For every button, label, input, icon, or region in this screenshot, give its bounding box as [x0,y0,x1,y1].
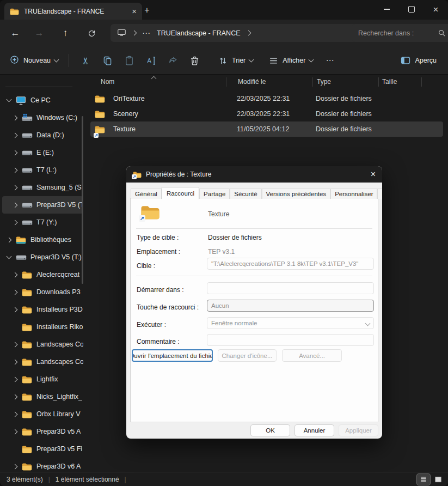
chevron-right-icon[interactable] [11,203,19,207]
chevron-right-icon[interactable] [11,151,19,155]
sidebar-item-landscapes-co[interactable]: Landscapes Co [2,353,83,370]
chevron-right-icon[interactable] [11,168,19,172]
new-button[interactable]: Nouveau [4,51,63,70]
advanced-button[interactable]: Avancé... [282,349,342,362]
share-button[interactable] [162,51,183,70]
open-file-location-button[interactable]: Ouvrir l'emplacement du fichier [132,349,213,362]
file-row-texture[interactable]: ↗Texture11/05/2025 04:12Dossier de fichi… [90,122,443,137]
sidebar-item-nicks-lightfix[interactable]: Nicks_Lightfix_ [2,388,83,405]
ok-button[interactable]: OK [250,424,290,436]
chevron-down-icon[interactable] [5,99,13,101]
new-tab-button[interactable]: + [140,4,154,16]
breadcrumb-chevron-icon[interactable] [132,31,137,36]
paste-button[interactable] [118,51,140,70]
chevron-right-icon[interactable] [5,238,13,242]
chevron-right-icon[interactable] [11,221,19,224]
chevron-right-icon[interactable] [11,343,19,347]
breadcrumb-ellipsis[interactable]: ⋯ [142,28,151,38]
sidebar-item-downloads-p3[interactable]: Downloads P3 [2,283,83,301]
chevron-right-icon[interactable] [11,395,19,399]
forward-button[interactable]: → [32,26,47,40]
tab-close-icon[interactable]: × [132,7,137,15]
this-pc-icon[interactable] [117,28,126,38]
sidebar-item-prepar3d-v5-fi[interactable]: Prepar3D v5 Fi [2,440,83,458]
chevron-right-icon[interactable] [11,273,19,277]
search-box[interactable]: Rechercher dans : [352,24,448,42]
dialog-titlebar[interactable]: ↗ Propriétés de : Texture × [126,166,382,183]
dialog-tab-lien[interactable]: Lien [377,189,382,199]
change-icon-button[interactable]: Changer d'icône... [218,349,277,362]
chevron-right-icon[interactable] [11,378,19,381]
sidebar-item-installeurs-riko[interactable]: Installeurs Riko [2,318,83,336]
sidebar-item-e-e[interactable]: E (E:) [2,144,83,161]
sidebar-item-orbx-library-v[interactable]: Orbx Library V [2,405,83,423]
dialog-tab-s-curit[interactable]: Sécurité [230,189,261,199]
column-header-type[interactable]: Type [317,78,331,86]
chevron-right-icon[interactable] [11,133,19,137]
dialog-close-button[interactable]: × [371,170,376,179]
chevron-right-icon[interactable] [11,430,19,434]
target-input[interactable]: "T:\Aleclercqcreations\TEP 3.1 8k\TEP v3… [207,258,374,270]
back-button[interactable]: ← [8,26,23,40]
address-bar[interactable]: ⋯ TRUElandscape - FRANCE [111,24,358,42]
chevron-right-icon[interactable] [11,186,19,190]
chevron-right-icon[interactable] [11,360,19,364]
sidebar-item-prepar3d-v5-t[interactable]: Prepar3D V5 (T:) [2,248,83,266]
sidebar-item-biblioth-ques[interactable]: Bibliothèques [2,231,83,248]
minimize-button[interactable] [375,0,399,19]
shortcut-key-input[interactable]: Aucun [207,300,374,312]
cut-button[interactable]: ✂ [75,51,96,70]
breadcrumb-chevron-icon[interactable] [246,31,251,36]
column-header-modified[interactable]: Modifié le [238,78,266,86]
sidebar-scrollbar[interactable] [82,116,83,284]
sidebar-item-data-d[interactable]: Data (D:) [2,126,83,144]
breadcrumb-current[interactable]: TRUElandscape - FRANCE [157,29,241,37]
chevron-right-icon[interactable] [11,290,19,294]
file-row-oritexture[interactable]: OriTexture22/03/2025 22:31Dossier de fic… [90,91,443,106]
up-button[interactable]: ↑ [58,26,73,40]
sidebar-item-t7-l[interactable]: T7 (L:) [2,161,83,179]
comment-input[interactable] [207,334,374,346]
column-header-size[interactable]: Taille [382,78,397,86]
cancel-button[interactable]: Annuler [294,424,334,436]
file-row-scenery[interactable]: Scenery22/03/2025 22:31Dossier de fichie… [90,106,443,122]
sidebar-item-aleclercqcreat[interactable]: Aleclercqcreat [2,266,83,283]
start-in-input[interactable] [207,282,374,294]
sidebar-item-lightfix[interactable]: Lightfix [2,370,83,388]
delete-button[interactable] [183,51,205,70]
close-button[interactable]: × [424,0,448,19]
sidebar-item-landscapes-co[interactable]: Landscapes Co [2,336,83,353]
refresh-button[interactable] [84,26,99,40]
column-header-name[interactable]: Nom [101,78,114,86]
chevron-down-icon[interactable] [5,256,13,258]
sort-button[interactable]: Trier [213,52,258,69]
more-options-button[interactable]: ⋯ [318,56,342,65]
sidebar-item-t7-y[interactable]: T7 (Y:) [2,214,83,231]
details-view-button[interactable] [417,474,430,485]
copy-button[interactable] [96,51,118,70]
dialog-tab-g-n-ral[interactable]: Général [131,189,162,199]
sidebar-item-prepar3d-v5-a[interactable]: Prepar3D v5 A [2,423,83,440]
preview-button[interactable]: Aperçu [395,52,441,69]
chevron-right-icon[interactable] [11,308,19,312]
dialog-tab-personnaliser[interactable]: Personnaliser [330,189,377,199]
apply-button[interactable]: Appliquer [339,424,378,436]
dialog-tab-partage[interactable]: Partage [199,189,230,199]
rename-button[interactable]: A [140,51,162,70]
chevron-right-icon[interactable] [11,412,19,416]
sidebar-item-ce-pc[interactable]: Ce PC [2,92,83,109]
dialog-tab-versions-pr-c-dentes[interactable]: Versions précédentes [262,189,331,199]
thumbnail-view-button[interactable] [432,474,445,485]
chevron-right-icon[interactable] [11,116,19,120]
view-button[interactable]: Afficher [263,52,318,69]
sidebar-item-installeurs-p3d[interactable]: Installeurs P3D [2,301,83,318]
search-icon[interactable] [438,29,446,37]
explorer-tab[interactable]: TRUElandscape - FRANCE × [4,3,142,20]
sidebar-item-samsung-5-s[interactable]: Samsung_5 (S: [2,179,83,196]
chevron-right-icon[interactable] [11,465,19,469]
sidebar-item-prepar3d-v5-t[interactable]: Prepar3D V5 (T [2,196,83,214]
maximize-button[interactable] [399,0,424,19]
run-dropdown[interactable]: Fenêtre normale [207,317,374,329]
sidebar-item-windows-c[interactable]: Windows (C:) [2,109,83,126]
dialog-tab-raccourci[interactable]: Raccourci [162,187,199,199]
